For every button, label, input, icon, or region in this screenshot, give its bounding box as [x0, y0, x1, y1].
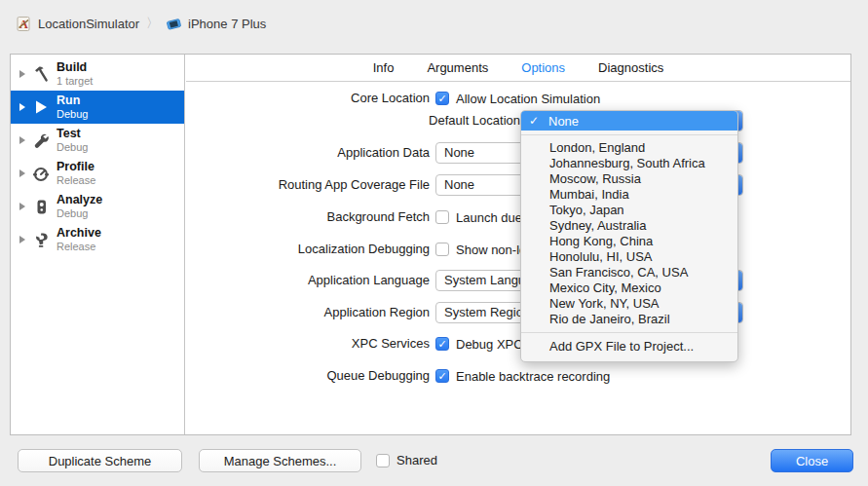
background-fetch-checkbox[interactable] — [435, 210, 449, 224]
breadcrumb: A LocationSimulator 〉 iPhone 7 Plus — [16, 14, 266, 33]
disclosure-triangle-icon[interactable] — [19, 236, 25, 243]
menu-item-label: None — [548, 114, 579, 129]
background-fetch-row: Launch due t — [435, 209, 529, 225]
localization-debugging-label: Localization Debugging — [186, 242, 430, 257]
close-button[interactable]: Close — [771, 449, 853, 472]
select-value: System Langua — [444, 271, 532, 290]
xcode-project-icon: A — [16, 16, 32, 32]
archive-icon — [31, 230, 51, 249]
disclosure-triangle-icon[interactable] — [19, 169, 25, 177]
tab-bar: Info Arguments Options Diagnostics — [186, 55, 850, 82]
scheme-subtitle: Release — [57, 174, 95, 187]
menu-item-add-gpx[interactable]: Add GPX File to Project... — [521, 339, 737, 355]
scheme-subtitle: Debug — [57, 108, 88, 121]
menu-item-city[interactable]: Rio de Janeiro, Brazil — [521, 312, 737, 327]
scheme-subtitle: Release — [57, 241, 101, 253]
duplicate-scheme-button[interactable]: Duplicate Scheme — [18, 449, 182, 472]
menu-item-city[interactable]: Mumbai, India — [521, 187, 737, 203]
breadcrumb-device[interactable]: iPhone 7 Plus — [188, 17, 266, 31]
menu-item-city[interactable]: Tokyo, Japan — [521, 203, 737, 218]
scheme-title: Build — [57, 61, 93, 74]
allow-location-simulation-checkbox[interactable] — [435, 92, 449, 105]
shared-checkbox[interactable] — [376, 454, 390, 467]
scheme-editor-window: A LocationSimulator 〉 iPhone 7 Plus — [0, 0, 868, 486]
background-fetch-label: Background Fetch — [186, 209, 430, 225]
sidebar-item-analyze[interactable]: Analyze Debug — [11, 190, 184, 223]
gauge-icon — [31, 164, 51, 183]
sidebar-item-profile[interactable]: Profile Release — [11, 157, 184, 190]
queue-debugging-label: Queue Debugging — [186, 368, 430, 384]
breadcrumb-project[interactable]: LocationSimulator — [38, 17, 139, 31]
scheme-title: Profile — [57, 161, 95, 173]
shared-label: Shared — [396, 453, 437, 467]
menu-item-city[interactable]: New York, NY, USA — [521, 296, 737, 312]
menu-item-none[interactable]: ✓ None — [521, 111, 737, 131]
wrench-icon — [31, 131, 51, 150]
options-pane: Info Arguments Options Diagnostics Core … — [186, 55, 850, 434]
core-location-label: Core Location — [186, 91, 430, 106]
disclosure-triangle-icon[interactable] — [19, 203, 25, 210]
manage-schemes-button[interactable]: Manage Schemes... — [199, 449, 361, 472]
sidebar-item-archive[interactable]: Archive Release — [11, 223, 184, 256]
checkbox-label: Enable backtrace recording — [456, 369, 610, 384]
checkbox-label: Launch due t — [456, 210, 529, 225]
select-value: System Region — [444, 303, 530, 322]
routing-app-coverage-label: Routing App Coverage File — [186, 177, 430, 193]
tab-diagnostics[interactable]: Diagnostics — [598, 60, 663, 75]
xpc-services-label: XPC Services — [186, 336, 430, 352]
checkbox-label: Show non-lo — [456, 243, 526, 257]
disclosure-triangle-icon[interactable] — [19, 136, 25, 144]
menu-item-city[interactable]: London, England — [521, 140, 737, 156]
tab-info[interactable]: Info — [373, 60, 395, 75]
menu-item-city[interactable]: Honolulu, HI, USA — [521, 249, 737, 265]
allow-location-simulation-row: Allow Location Simulation — [435, 91, 600, 106]
play-icon — [31, 97, 51, 117]
tab-options[interactable]: Options — [521, 60, 565, 75]
queue-debugging-checkbox[interactable] — [435, 369, 449, 383]
disclosure-triangle-icon[interactable] — [19, 103, 25, 111]
checkmark-icon: ✓ — [529, 114, 541, 128]
scheme-subtitle: Debug — [57, 207, 102, 220]
sidebar-item-run[interactable]: Run Debug — [11, 91, 184, 124]
sidebar-item-build[interactable]: Build 1 target — [11, 57, 184, 91]
menu-item-city[interactable]: Sydney, Australia — [521, 218, 737, 234]
menu-item-city[interactable]: Hong Kong, China — [521, 234, 737, 249]
tab-arguments[interactable]: Arguments — [427, 60, 488, 75]
default-location-menu: ✓ None London, England Johannesburg, Sou… — [520, 110, 738, 362]
scheme-sidebar: Build 1 target Run Debug — [11, 55, 185, 434]
application-data-label: Application Data — [186, 145, 430, 161]
scheme-subtitle: 1 target — [57, 75, 93, 88]
menu-item-city[interactable]: Johannesburg, South Africa — [521, 156, 737, 171]
analyze-icon — [31, 197, 51, 216]
select-value: None — [444, 175, 474, 195]
localization-debugging-row: Show non-lo — [435, 242, 526, 257]
scheme-title: Run — [57, 94, 88, 107]
scheme-title: Analyze — [57, 194, 102, 206]
queue-debugging-row: Enable backtrace recording — [435, 368, 610, 384]
select-value: None — [444, 143, 474, 163]
scheme-editor-panel: Build 1 target Run Debug — [10, 54, 851, 435]
xpc-services-row: Debug XPC s — [435, 336, 533, 352]
localization-debugging-checkbox[interactable] — [435, 243, 449, 256]
breadcrumb-separator-icon: 〉 — [145, 15, 160, 32]
xpc-services-checkbox[interactable] — [435, 337, 449, 351]
menu-item-city[interactable]: Moscow, Russia — [521, 171, 737, 187]
sidebar-item-test[interactable]: Test Debug — [11, 124, 184, 157]
hammer-icon — [31, 64, 51, 84]
checkbox-label: Allow Location Simulation — [456, 92, 600, 106]
application-language-label: Application Language — [186, 273, 430, 288]
application-region-label: Application Region — [186, 305, 430, 320]
scheme-title: Test — [57, 128, 88, 140]
shared-row: Shared — [376, 453, 437, 467]
default-location-label: Default Location — [186, 113, 520, 129]
iphone-device-icon — [166, 16, 182, 32]
menu-item-city[interactable]: Mexico City, Mexico — [521, 280, 737, 296]
scheme-subtitle: Debug — [57, 141, 88, 154]
menu-item-city[interactable]: San Francisco, CA, USA — [521, 265, 737, 280]
disclosure-triangle-icon[interactable] — [19, 70, 25, 78]
scheme-title: Archive — [57, 227, 101, 240]
